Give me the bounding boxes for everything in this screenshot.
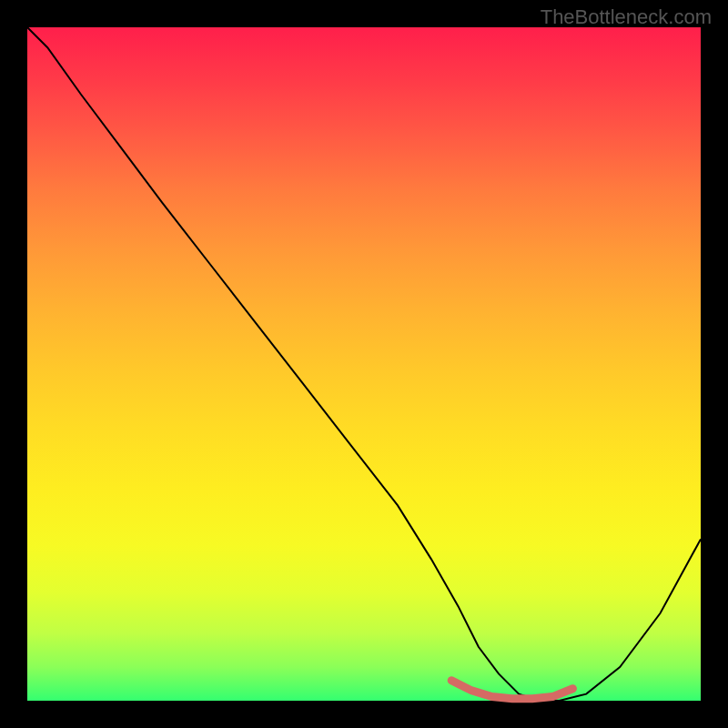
optimal-band-path [451,681,572,699]
chart-svg [27,27,701,701]
chart-plot-area [27,27,701,701]
bottleneck-curve-path [27,27,701,701]
watermark-label: TheBottleneck.com [541,5,712,29]
